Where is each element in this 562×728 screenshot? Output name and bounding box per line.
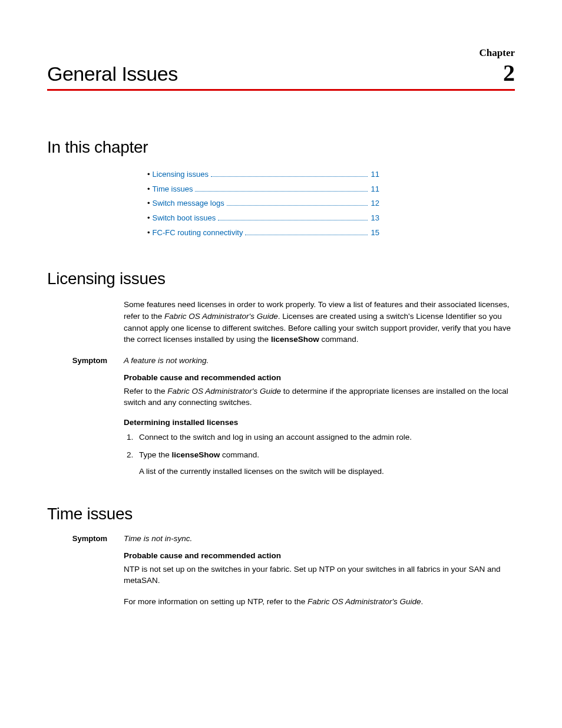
steps-list: Connect to the switch and log in using a… <box>135 431 515 477</box>
probable-cause-heading: Probable cause and recommended action <box>124 373 515 382</box>
symptom-row: Symptom Time is not in-sync. <box>47 534 515 543</box>
command-name: licenseShow <box>172 450 220 459</box>
guide-reference: Fabric OS Administrator's Guide <box>308 597 421 606</box>
more-info-block: For more information on setting up NTP, … <box>124 596 515 608</box>
paragraph: Refer to the Fabric OS Administrator's G… <box>124 386 515 409</box>
text-run: Refer to the <box>124 387 167 396</box>
toc-entry: • Switch message logs 12 <box>147 196 379 211</box>
step-item: Connect to the switch and log in using a… <box>135 431 515 443</box>
toc-link-licensing[interactable]: Licensing issues <box>153 167 209 182</box>
symptom-label: Symptom <box>47 534 124 543</box>
toc-page-number[interactable]: 15 <box>371 226 379 241</box>
toc-entry: • Switch boot issues 13 <box>147 211 379 226</box>
paragraph: Some features need licenses in order to … <box>124 299 515 345</box>
bullet-icon: • <box>147 167 150 182</box>
chapter-header: General Issues 2 <box>47 61 515 85</box>
symptom-text: Time is not in-sync. <box>124 534 192 543</box>
bullet-icon: • <box>147 196 150 211</box>
toc-page-number[interactable]: 11 <box>371 167 379 182</box>
symptom-row: Symptom A feature is not working. <box>47 356 515 365</box>
text-run: command. <box>220 450 259 459</box>
determining-licenses-block: Determining installed licenses <box>124 418 515 427</box>
toc-leader <box>245 235 367 235</box>
toc-page-number[interactable]: 12 <box>371 196 379 211</box>
toc-leader <box>211 176 368 177</box>
section-in-this-chapter: In this chapter <box>47 138 515 157</box>
chapter-number: 2 <box>503 61 515 85</box>
toc-link-switch-boot[interactable]: Switch boot issues <box>153 211 216 226</box>
licensing-intro: Some features need licenses in order to … <box>124 299 515 345</box>
toc-entry: • Time issues 11 <box>147 182 379 197</box>
guide-reference: Fabric OS Administrator's Guide <box>164 312 278 321</box>
guide-reference: Fabric OS Administrator's Guide <box>167 387 281 396</box>
paragraph: For more information on setting up NTP, … <box>124 596 515 608</box>
probable-cause-block: Probable cause and recommended action NT… <box>124 551 515 587</box>
section-licensing-issues: Licensing issues <box>47 269 515 288</box>
table-of-contents: • Licensing issues 11 • Time issues 11 •… <box>147 167 379 240</box>
toc-leader <box>227 205 368 206</box>
command-name: licenseShow <box>271 335 319 344</box>
chapter-label: Chapter <box>47 47 515 59</box>
text-run: command. <box>319 335 359 344</box>
text-run: For more information on setting up NTP, … <box>124 597 308 606</box>
toc-entry: • FC-FC routing connectivity 15 <box>147 226 379 241</box>
probable-cause-block: Probable cause and recommended action Re… <box>124 373 515 409</box>
determining-licenses-heading: Determining installed licenses <box>124 418 515 427</box>
paragraph: NTP is not set up on the switches in you… <box>124 564 515 587</box>
step-result: A list of the currently installed licens… <box>139 466 515 477</box>
bullet-icon: • <box>147 226 150 241</box>
text-run: Type the <box>139 450 172 459</box>
toc-page-number[interactable]: 13 <box>371 211 379 226</box>
toc-link-switch-logs[interactable]: Switch message logs <box>153 196 224 211</box>
probable-cause-heading: Probable cause and recommended action <box>124 551 515 560</box>
chapter-title: General Issues <box>47 62 178 85</box>
chapter-divider <box>47 89 515 91</box>
toc-page-number[interactable]: 11 <box>371 182 379 197</box>
toc-entry: • Licensing issues 11 <box>147 167 379 182</box>
section-time-issues: Time issues <box>47 505 515 523</box>
bullet-icon: • <box>147 182 150 197</box>
toc-leader <box>195 191 367 192</box>
text-run: . <box>421 597 424 606</box>
symptom-label: Symptom <box>47 356 124 365</box>
bullet-icon: • <box>147 211 150 226</box>
step-text: Connect to the switch and log in using a… <box>139 433 412 442</box>
symptom-text: A feature is not working. <box>124 356 209 365</box>
toc-link-time[interactable]: Time issues <box>153 182 193 197</box>
toc-link-fc-routing[interactable]: FC-FC routing connectivity <box>153 226 243 241</box>
toc-leader <box>218 220 367 220</box>
step-item: Type the licenseShow command. A list of … <box>135 449 515 477</box>
